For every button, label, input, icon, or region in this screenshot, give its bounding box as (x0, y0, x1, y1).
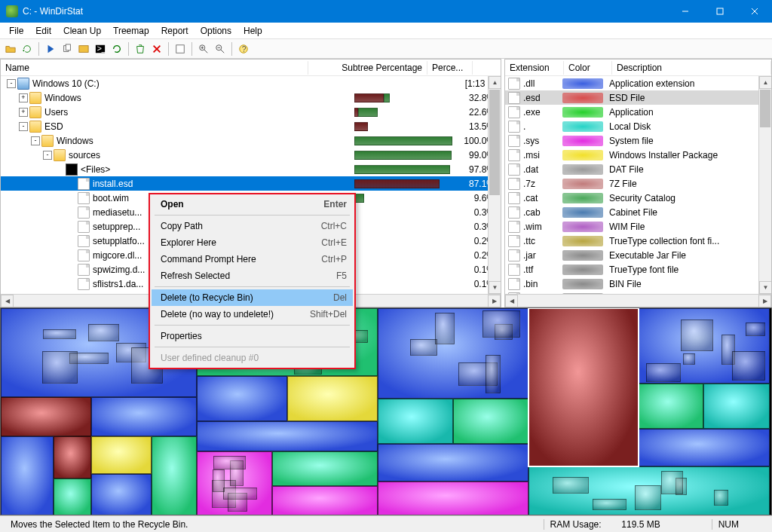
context-item[interactable]: Delete (to Recycle Bin)Del (152, 289, 353, 306)
treemap-block[interactable] (54, 436, 91, 478)
extension-row[interactable]: .msiWindows Installer Package (505, 148, 771, 162)
column-name[interactable]: Name (1, 61, 308, 75)
extension-row[interactable]: .dllApplication extension (505, 76, 771, 90)
treemap-block[interactable] (197, 376, 287, 421)
tree-row[interactable]: -sources99.0% (1, 148, 501, 162)
tree-row[interactable]: -Windows 10 (C:)[1:13 s] (1, 76, 501, 90)
context-item-label: Properties (161, 331, 347, 341)
tree-row[interactable]: +Users22.6% (1, 105, 501, 119)
treemap-block[interactable] (1, 436, 54, 515)
column-description[interactable]: Description (612, 61, 771, 75)
refresh-icon[interactable] (109, 41, 124, 57)
play-icon[interactable] (43, 41, 58, 57)
extension-row[interactable]: .ttcTrueType collection font fi... (505, 234, 771, 248)
delete-icon[interactable] (149, 41, 164, 57)
extension-row[interactable]: .wimWIM File (505, 219, 771, 234)
menu-treemap[interactable]: Treemap (107, 24, 155, 38)
ext-hscroll[interactable]: ◀▶ (505, 294, 771, 307)
recycle-icon[interactable] (133, 41, 148, 57)
treemap-block[interactable] (639, 308, 770, 384)
context-item[interactable]: Copy PathCtrl+C (152, 218, 353, 234)
help-icon[interactable]: ? (236, 41, 251, 57)
treemap-block[interactable] (639, 384, 703, 429)
treemap-block[interactable] (639, 429, 770, 466)
zoom-out-icon[interactable] (213, 41, 228, 57)
treemap[interactable] (0, 307, 772, 515)
extension-body[interactable]: .dllApplication extension.esdESD File.ex… (505, 76, 771, 307)
explorer-icon[interactable] (76, 41, 91, 57)
minimize-button[interactable] (668, 0, 703, 23)
properties-icon[interactable] (173, 41, 188, 57)
tree-vscroll[interactable]: ▲ ▼ (488, 76, 501, 294)
tree-twisty[interactable]: + (19, 108, 28, 117)
zoom-in-icon[interactable] (196, 41, 211, 57)
tree-row[interactable]: -Windows100.0% (1, 133, 501, 148)
treemap-block[interactable] (152, 436, 197, 515)
menu-file[interactable]: File (3, 24, 29, 38)
treemap-block[interactable] (91, 474, 152, 515)
context-item[interactable]: Command Prompt HereCtrl+P (152, 251, 353, 268)
copy-icon[interactable] (60, 41, 75, 57)
treemap-block[interactable] (1, 397, 91, 436)
context-item[interactable]: Explorer HereCtrl+E (152, 234, 353, 251)
extension-row[interactable]: .ttfTrueType font file (505, 262, 771, 277)
tree-twisty[interactable]: - (7, 79, 16, 88)
column-subtree[interactable]: Subtree Percentage (308, 61, 427, 75)
subtree-bar (354, 280, 452, 289)
treemap-block[interactable] (703, 384, 770, 429)
column-extension[interactable]: Extension (505, 61, 564, 75)
menu-options[interactable]: Options (195, 24, 237, 38)
extension-row[interactable]: .catSecurity Catalog (505, 191, 771, 205)
extension-row[interactable]: .7z7Z File (505, 176, 771, 191)
tree-twisty[interactable]: - (43, 151, 52, 160)
extension-row[interactable]: .Local Disk (505, 119, 771, 133)
extension-row[interactable]: .jarExecutable Jar File (505, 248, 771, 262)
menu-help[interactable]: Help (237, 24, 268, 38)
treemap-block[interactable] (453, 399, 528, 444)
tree-twisty[interactable]: + (19, 93, 28, 102)
treemap-block[interactable] (378, 444, 528, 482)
filetype-icon (508, 164, 520, 176)
treemap-block[interactable] (91, 397, 197, 436)
context-item: User defined cleanup #0 (152, 350, 353, 366)
treemap-block[interactable] (272, 451, 378, 486)
cmd-icon[interactable]: >_ (93, 41, 108, 57)
treemap-block[interactable] (287, 376, 378, 421)
tree-row[interactable]: +Windows32.8% (1, 90, 501, 105)
open-icon[interactable] (3, 41, 18, 57)
tree-twisty[interactable]: - (31, 136, 40, 145)
context-item[interactable]: Delete (no way to undelete!)Shift+Del (152, 306, 353, 323)
context-item[interactable]: Refresh SelectedF5 (152, 268, 353, 284)
tree-row[interactable]: install.esd87.1% (1, 176, 501, 191)
treemap-block[interactable] (272, 486, 378, 515)
treemap-block[interactable] (91, 436, 152, 474)
treemap-block[interactable] (528, 308, 639, 466)
treemap-block[interactable] (528, 466, 770, 515)
tree-twisty[interactable]: - (19, 122, 28, 131)
treemap-block[interactable] (197, 451, 272, 515)
extension-row[interactable]: .esdESD File (505, 90, 771, 105)
refresh-drives-icon[interactable] (20, 41, 35, 57)
treemap-block[interactable] (378, 308, 528, 399)
tree-row[interactable]: -ESD13.5% (1, 119, 501, 133)
treemap-block[interactable] (378, 399, 453, 444)
column-percent[interactable]: Perce... (427, 61, 473, 75)
extension-row[interactable]: .sysSystem file (505, 133, 771, 148)
ext-vscroll[interactable]: ▲ ▼ (758, 76, 771, 294)
context-item[interactable]: Properties (152, 328, 353, 344)
menu-clean-up[interactable]: Clean Up (57, 24, 107, 38)
extension-row[interactable]: .binBIN File (505, 277, 771, 291)
close-button[interactable] (737, 0, 772, 23)
tree-row[interactable]: <Files>97.8% (1, 162, 501, 176)
extension-row[interactable]: .cabCabinet File (505, 205, 771, 219)
menu-report[interactable]: Report (155, 24, 195, 38)
treemap-block[interactable] (54, 478, 91, 515)
column-color[interactable]: Color (564, 61, 612, 75)
menu-edit[interactable]: Edit (29, 24, 57, 38)
treemap-block[interactable] (197, 421, 378, 451)
extension-row[interactable]: .datDAT File (505, 162, 771, 176)
extension-row[interactable]: .exeApplication (505, 105, 771, 119)
maximize-button[interactable] (703, 0, 737, 23)
context-item[interactable]: OpenEnter (152, 196, 353, 212)
treemap-block[interactable] (378, 482, 528, 515)
